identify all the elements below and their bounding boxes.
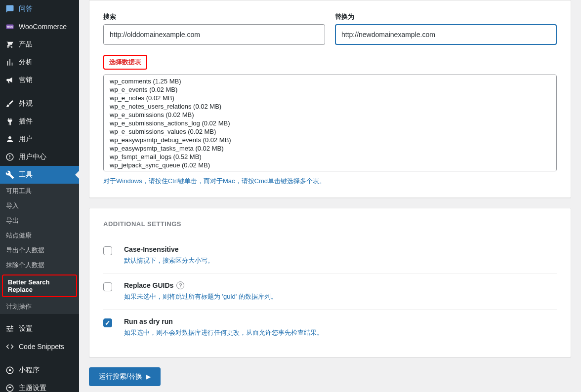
- sub-item[interactable]: 导入: [0, 198, 79, 213]
- plug-icon: [5, 117, 15, 126]
- table-option[interactable]: wp_comments (1.25 MB): [104, 77, 556, 85]
- table-option[interactable]: wp_e_submissions_actions_log (0.02 MB): [104, 119, 556, 127]
- table-option[interactable]: wp_e_notes_users_relations (0.02 MB): [104, 102, 556, 111]
- table-option[interactable]: wp_e_submissions_values (0.02 MB): [104, 127, 556, 136]
- setting-desc: 默认情况下，搜索区分大小写。: [124, 256, 557, 265]
- setting-row: Replace GUIDs ?如果未选中，则将跳过所有标题为 'guid' 的数…: [103, 273, 557, 309]
- snippet-icon: [5, 342, 15, 352]
- sidebar-item-speech[interactable]: 问答: [0, 0, 79, 18]
- tables-multiselect[interactable]: wp_comments (1.25 MB)wp_e_events (0.02 M…: [103, 75, 557, 171]
- sidebar-label: 外观: [19, 99, 33, 108]
- speech-icon: [5, 4, 15, 14]
- sidebar-label: 小程序: [19, 366, 40, 375]
- table-option[interactable]: wp_easywpsmtp_tasks_meta (0.02 MB): [104, 144, 556, 153]
- search-input[interactable]: [103, 24, 325, 45]
- sidebar-label: 用户中心: [19, 153, 46, 161]
- sidebar-item-cart[interactable]: 产品: [0, 36, 79, 53]
- setting-checkbox[interactable]: [103, 318, 112, 327]
- search-replace-card: 搜索 替换为 选择数据表 wp_comments (1.25 MB)wp_e_e…: [89, 0, 571, 198]
- sidebar-item-wrench[interactable]: 工具: [0, 166, 79, 184]
- sidebar-label: 工具: [19, 170, 33, 179]
- tables-section-label: 选择数据表: [103, 55, 147, 70]
- sidebar-item-snippet[interactable]: Code Snippets: [0, 338, 79, 355]
- sidebar-label: 主题设置: [19, 384, 46, 392]
- sidebar-label: 用户: [19, 135, 33, 144]
- brush-icon: [5, 99, 15, 109]
- submit-label: 运行搜索/替换: [99, 372, 142, 381]
- table-option[interactable]: wp_e_notes (0.02 MB): [104, 94, 556, 102]
- sidebar-item-megaphone[interactable]: 营销: [0, 71, 79, 89]
- sidebar-item-gauge[interactable]: 用户中心: [0, 148, 79, 166]
- sidebar-label: Code Snippets: [19, 343, 64, 351]
- sidebar-label: 产品: [19, 40, 33, 49]
- additional-settings-card: ADDITIONAL SETTINGS Case-Insensitive默认情况…: [89, 208, 571, 357]
- sub-item[interactable]: 导出个人数据: [0, 243, 79, 258]
- setting-title: Replace GUIDs ?: [124, 281, 557, 289]
- help-icon[interactable]: ?: [176, 281, 184, 289]
- sidebar-item-chart[interactable]: 分析: [0, 53, 79, 71]
- run-search-replace-button[interactable]: 运行搜索/替换 ▶: [89, 367, 161, 386]
- table-option[interactable]: wp_e_events (0.02 MB): [104, 85, 556, 94]
- additional-settings-title: ADDITIONAL SETTINGS: [103, 220, 557, 228]
- svg-text:WOO: WOO: [6, 25, 13, 28]
- setting-row: Run as dry run如果选中，则不会对数据库进行任何更改，从而允许您事先…: [103, 309, 557, 345]
- sidebar-label: 营销: [19, 76, 33, 84]
- sidebar-item-theme[interactable]: 主题设置: [0, 379, 79, 392]
- sidebar-item-miniapp[interactable]: 小程序: [0, 361, 79, 379]
- sidebar-item-sliders[interactable]: 设置: [0, 320, 79, 338]
- sub-item[interactable]: 抹除个人数据: [0, 258, 79, 273]
- chart-icon: [5, 57, 15, 67]
- sub-item[interactable]: 计划操作: [0, 299, 79, 314]
- search-field-label: 搜索: [103, 12, 325, 21]
- sidebar-item-user[interactable]: 用户: [0, 130, 79, 148]
- user-icon: [5, 134, 15, 144]
- svg-point-3: [9, 369, 11, 372]
- setting-row: Case-Insensitive默认情况下，搜索区分大小写。: [103, 237, 557, 273]
- setting-title: Case-Insensitive: [124, 245, 557, 253]
- sidebar-item-plug[interactable]: 插件: [0, 113, 79, 130]
- sidebar-label: WooCommerce: [19, 23, 67, 31]
- table-option[interactable]: wp_easywpsmtp_debug_events (0.02 MB): [104, 136, 556, 144]
- setting-checkbox[interactable]: [103, 246, 112, 255]
- setting-desc: 如果选中，则不会对数据库进行任何更改，从而允许您事先检查结果。: [124, 328, 557, 337]
- sliders-icon: [5, 324, 15, 334]
- arrow-right-icon: ▶: [146, 373, 151, 380]
- sidebar-label: 插件: [19, 117, 33, 126]
- sidebar-label: 问答: [19, 4, 33, 13]
- wrench-icon: [5, 170, 15, 180]
- sub-item[interactable]: Better Search Replace: [2, 274, 77, 297]
- tables-help-text: 对于Windows，请按住Ctrl键单击，而对于Mac，请按Cmd单击键选择多个…: [103, 177, 557, 186]
- table-option[interactable]: wp_fsmpt_email_logs (0.52 MB): [104, 153, 556, 161]
- theme-icon: [5, 383, 15, 392]
- setting-title: Run as dry run: [124, 317, 557, 325]
- sub-item[interactable]: 导出: [0, 213, 79, 228]
- admin-sidebar: 问答WOOWooCommerce产品分析营销 外观插件用户用户中心工具 可用工具…: [0, 0, 79, 392]
- sidebar-label: 分析: [19, 58, 33, 67]
- setting-desc: 如果未选中，则将跳过所有标题为 'guid' 的数据库列。: [124, 292, 557, 301]
- sidebar-label: 设置: [19, 324, 33, 333]
- sidebar-item-brush[interactable]: 外观: [0, 95, 79, 113]
- table-option[interactable]: wp_e_submissions (0.02 MB): [104, 111, 556, 119]
- sub-item[interactable]: 站点健康: [0, 228, 79, 243]
- miniapp-icon: [5, 365, 15, 375]
- replace-field-label: 替换为: [335, 12, 557, 21]
- megaphone-icon: [5, 75, 15, 85]
- cart-icon: [5, 39, 15, 49]
- table-option[interactable]: wp_jetpack_sync_queue (0.02 MB): [104, 161, 556, 169]
- sub-item[interactable]: 可用工具: [0, 184, 79, 198]
- sidebar-item-woo[interactable]: WOOWooCommerce: [0, 18, 79, 36]
- woo-icon: WOO: [5, 22, 15, 32]
- gauge-icon: [5, 152, 15, 162]
- main-content: 搜索 替换为 选择数据表 wp_comments (1.25 MB)wp_e_e…: [79, 0, 581, 392]
- replace-input[interactable]: [335, 24, 557, 45]
- setting-checkbox[interactable]: [103, 282, 112, 291]
